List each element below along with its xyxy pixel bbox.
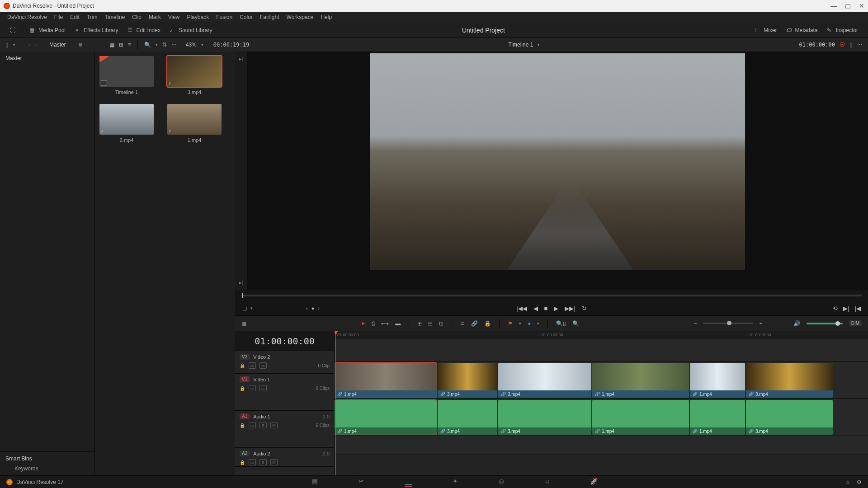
bin-view-icon[interactable]: ▯	[5, 42, 9, 48]
disable-toggle[interactable]: ▭	[259, 362, 267, 369]
video-clip[interactable]: 🔗3.mp4	[438, 363, 497, 398]
solo-toggle[interactable]: S	[259, 422, 267, 428]
track-lane-v2[interactable]	[335, 339, 868, 362]
jog-playhead[interactable]	[242, 293, 243, 298]
replace-clip-icon[interactable]: ⊡	[439, 320, 443, 327]
stop-button[interactable]: ■	[544, 305, 548, 312]
audio-clip[interactable]: 🔗1.mp4	[592, 400, 689, 435]
options-icon[interactable]: ⋯	[857, 42, 863, 48]
trim-tool[interactable]: ⎙	[372, 320, 375, 327]
dynamic-trim-tool[interactable]: ⟷	[381, 320, 389, 327]
chevron-down-icon[interactable]: ▾	[250, 306, 253, 310]
last-frame-button[interactable]: ▶▶|	[565, 305, 575, 312]
media-item-clip[interactable]: ♪ 2.mp4	[99, 104, 154, 143]
zoom-out-button[interactable]: −	[694, 320, 697, 327]
playhead[interactable]	[335, 331, 336, 475]
track-header-a2[interactable]: A2Audio 22.0 🔒▭SM	[235, 448, 334, 467]
timeline-name[interactable]: Timeline 1	[508, 42, 533, 48]
video-clip[interactable]: 🔗1.mp4	[592, 363, 689, 398]
smart-bin-keywords[interactable]: Keywords	[5, 465, 89, 472]
menu-file[interactable]: File	[51, 14, 66, 20]
smart-bins-header[interactable]: Smart Bins	[5, 455, 89, 462]
track-header-v2[interactable]: V2Video 2 🔒▭▭0 Clip	[235, 351, 334, 374]
inspector-toggle[interactable]: ✎Inspector	[822, 25, 863, 35]
mute-toggle[interactable]: M	[270, 459, 278, 465]
page-media[interactable]: ▤	[312, 478, 318, 487]
lock-icon[interactable]: 🔒	[240, 386, 245, 391]
loop-button[interactable]: ↻	[582, 305, 587, 312]
project-settings-icon[interactable]: ⚙	[857, 479, 862, 485]
jog-bar[interactable]	[235, 290, 868, 301]
track-header-v1[interactable]: V1Video 1 🔒▭▭6 Clips	[235, 374, 334, 411]
audio-clip[interactable]: 🔗3.mp4	[746, 400, 833, 435]
media-item-timeline[interactable]: Timeline 1	[99, 56, 154, 95]
auto-select-toggle[interactable]: ▭	[249, 422, 256, 428]
search-timeline-icon[interactable]: 🔍▯	[556, 320, 566, 327]
grid-view-button[interactable]: ⊞	[119, 42, 123, 48]
video-clip[interactable]: 🔗1.mp4	[335, 363, 437, 398]
menu-app[interactable]: DaVinci Resolve	[4, 14, 51, 20]
menu-view[interactable]: View	[165, 14, 184, 20]
nav-fwd-button[interactable]: ›	[35, 42, 37, 48]
video-clip[interactable]: 🔗3.mp4	[746, 363, 833, 398]
single-viewer-icon[interactable]: ▯	[849, 42, 853, 48]
snap-toggle[interactable]: ⊂	[460, 320, 465, 327]
play-button[interactable]: ▶	[554, 305, 558, 312]
media-item-clip[interactable]: ♪ 1.mp4	[167, 104, 222, 143]
dim-button[interactable]: DIM	[849, 320, 862, 326]
sound-library-toggle[interactable]: ♪Sound Library	[165, 25, 217, 35]
match-frame-icon[interactable]: ▸|	[239, 56, 243, 62]
effects-library-toggle[interactable]: ✧Effects Library	[70, 25, 123, 35]
playhead-timecode[interactable]: 01:00:00:00	[235, 331, 334, 351]
menu-workspace[interactable]: Workspace	[283, 14, 317, 20]
edit-index-toggle[interactable]: ☰Edit Index	[123, 25, 165, 35]
home-icon[interactable]: ⌂	[846, 479, 849, 485]
auto-select-toggle[interactable]: ▭	[249, 459, 256, 465]
more-icon[interactable]: ⋯	[171, 42, 177, 48]
zoom-in-button[interactable]: +	[760, 320, 763, 327]
list-view-button[interactable]: ≡	[128, 42, 131, 48]
volume-slider[interactable]	[807, 323, 843, 324]
loop-range-icon[interactable]: ⟲	[833, 305, 838, 312]
marker-button[interactable]: ●	[528, 320, 531, 327]
overwrite-clip-icon[interactable]: ⊟	[428, 320, 433, 327]
mixer-toggle[interactable]: ⎍Mixer	[750, 25, 781, 35]
prev-frame-button[interactable]: ◀	[533, 305, 538, 312]
volume-icon[interactable]: 🔊	[793, 320, 800, 327]
chevron-down-icon[interactable]: ▾	[201, 42, 203, 47]
fullscreen-toggle[interactable]: ⛶	[5, 25, 21, 35]
bypass-icon[interactable]: ⦿	[840, 42, 845, 48]
chevron-down-icon[interactable]: ▾	[538, 42, 540, 47]
nav-back-button[interactable]: ‹	[28, 42, 30, 48]
chevron-down-icon[interactable]: ▾	[537, 321, 539, 326]
page-fusion[interactable]: ✦	[453, 478, 458, 487]
menu-timeline[interactable]: Timeline	[101, 14, 128, 20]
lock-toggle[interactable]: 🔒	[484, 320, 491, 327]
metadata-toggle[interactable]: 🏷Metadata	[782, 25, 822, 35]
audio-clip[interactable]: 🔗1.mp4	[690, 400, 745, 435]
audio-clip[interactable]: 🔗3.mp4	[438, 400, 497, 435]
menu-fairlight[interactable]: Fairlight	[256, 14, 283, 20]
chevron-down-icon[interactable]: ▾	[13, 42, 15, 47]
bin-master[interactable]: Master	[5, 55, 89, 61]
crop-icon[interactable]: ▢	[242, 305, 247, 311]
lock-icon[interactable]: 🔒	[240, 460, 245, 465]
track-header-a1[interactable]: A1Audio 12.0 🔒▭SM6 Clips	[235, 411, 334, 448]
audio-clip[interactable]: 🔗1.mp4	[335, 400, 437, 435]
zoom-percent[interactable]: 43%	[186, 42, 197, 48]
auto-select-toggle[interactable]: ▭	[249, 362, 256, 369]
prev-edit-icon[interactable]: ‹	[306, 305, 308, 311]
link-toggle[interactable]: 🔗	[471, 320, 478, 327]
track-lane-a1[interactable]: 🔗1.mp4🔗3.mp4🔗3.mp4🔗1.mp4🔗1.mp4🔗3.mp4	[335, 399, 868, 436]
video-clip[interactable]: 🔗3.mp4	[498, 363, 591, 398]
next-edit-icon[interactable]: ›	[318, 305, 320, 311]
viewer-canvas[interactable]	[247, 52, 868, 290]
chevron-down-icon[interactable]: ▾	[519, 321, 521, 326]
menu-help[interactable]: Help	[317, 14, 335, 20]
solo-toggle[interactable]: S	[259, 459, 267, 465]
blade-tool[interactable]: ▬	[395, 320, 401, 327]
menu-playback[interactable]: Playback	[183, 14, 212, 20]
media-item-clip[interactable]: ♪ 3.mp4	[167, 56, 222, 95]
menu-edit[interactable]: Edit	[66, 14, 83, 20]
zoom-slider[interactable]	[703, 323, 753, 324]
